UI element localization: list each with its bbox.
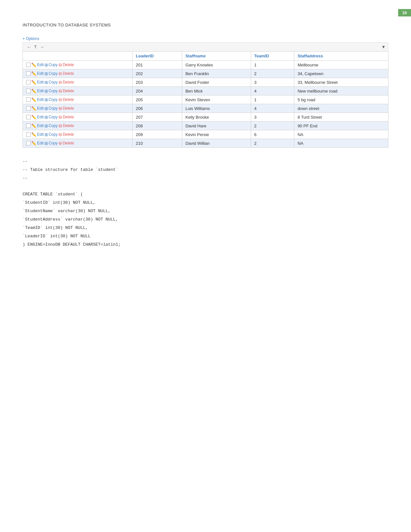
cell-leaderid: 203 bbox=[132, 78, 182, 87]
edit-button[interactable]: ✏️ Edit bbox=[31, 141, 44, 146]
edit-label[interactable]: Edit bbox=[37, 106, 44, 111]
delete-label[interactable]: Delete bbox=[63, 115, 74, 119]
delete-button[interactable]: ⊖ Delete bbox=[58, 88, 74, 94]
row-checkbox[interactable] bbox=[26, 141, 31, 145]
edit-button[interactable]: ✏️ Edit bbox=[31, 89, 44, 94]
copy-label[interactable]: Copy bbox=[49, 123, 58, 128]
cell-staffname: David Hare bbox=[182, 122, 251, 130]
action-cell: ✏️ Edit ⊞ Copy ⊖ Delete bbox=[23, 130, 132, 139]
delete-circle-icon: ⊖ bbox=[58, 88, 62, 94]
table-row: ✏️ Edit ⊞ Copy ⊖ Delete 206Luis Williams… bbox=[23, 104, 388, 113]
row-checkbox[interactable] bbox=[26, 89, 31, 93]
edit-button[interactable]: ✏️ Edit bbox=[31, 97, 44, 102]
delete-label[interactable]: Delete bbox=[63, 63, 74, 67]
delete-label[interactable]: Delete bbox=[63, 132, 74, 137]
row-checkbox[interactable] bbox=[26, 106, 31, 111]
edit-button[interactable]: ✏️ Edit bbox=[31, 71, 44, 76]
delete-button[interactable]: ⊖ Delete bbox=[58, 62, 74, 67]
copy-table-icon: ⊞ bbox=[44, 123, 48, 128]
cell-staffaddress: 33, Mellbourne Street bbox=[294, 78, 388, 87]
copy-button[interactable]: ⊞ Copy bbox=[44, 123, 58, 128]
row-checkbox[interactable] bbox=[26, 132, 31, 137]
cell-teamid: 3 bbox=[251, 78, 294, 87]
staff-table: LeaderID Staffname TeamID Staffaddress ✏… bbox=[23, 51, 388, 148]
row-checkbox[interactable] bbox=[26, 71, 31, 76]
copy-table-icon: ⊞ bbox=[44, 63, 48, 67]
options-toggle[interactable]: + Options bbox=[23, 36, 388, 41]
row-checkbox[interactable] bbox=[26, 115, 31, 119]
copy-label[interactable]: Copy bbox=[49, 71, 58, 76]
copy-label[interactable]: Copy bbox=[49, 63, 58, 67]
row-checkbox[interactable] bbox=[26, 80, 31, 84]
nav-right-icon[interactable]: → bbox=[39, 44, 45, 50]
delete-button[interactable]: ⊖ Delete bbox=[58, 97, 74, 102]
copy-button[interactable]: ⊞ Copy bbox=[44, 132, 58, 137]
row-checkbox[interactable] bbox=[26, 123, 31, 128]
delete-label[interactable]: Delete bbox=[63, 71, 74, 76]
delete-label[interactable]: Delete bbox=[63, 89, 74, 93]
col-staffname: Staffname bbox=[182, 52, 251, 61]
edit-label[interactable]: Edit bbox=[37, 141, 44, 145]
edit-label[interactable]: Edit bbox=[37, 71, 44, 76]
edit-label[interactable]: Edit bbox=[37, 80, 44, 84]
copy-label[interactable]: Copy bbox=[49, 106, 58, 111]
copy-button[interactable]: ⊞ Copy bbox=[44, 71, 58, 76]
copy-label[interactable]: Copy bbox=[49, 132, 58, 137]
edit-label[interactable]: Edit bbox=[37, 115, 44, 119]
delete-label[interactable]: Delete bbox=[63, 80, 74, 84]
copy-label[interactable]: Copy bbox=[49, 141, 58, 145]
copy-label[interactable]: Copy bbox=[49, 97, 58, 102]
delete-button[interactable]: ⊖ Delete bbox=[58, 106, 74, 111]
table-row: ✏️ Edit ⊞ Copy ⊖ Delete 210David Willian… bbox=[23, 139, 388, 148]
delete-label[interactable]: Delete bbox=[63, 106, 74, 111]
table-row: ✏️ Edit ⊞ Copy ⊖ Delete 203David Foster3… bbox=[23, 78, 388, 87]
nav-left-icon[interactable]: ← bbox=[25, 44, 32, 50]
cell-staffname: Kevin Persie bbox=[182, 130, 251, 139]
edit-label[interactable]: Edit bbox=[37, 123, 44, 128]
delete-button[interactable]: ⊖ Delete bbox=[58, 114, 74, 120]
copy-button[interactable]: ⊞ Copy bbox=[44, 141, 58, 146]
cell-staffaddress: NA bbox=[294, 139, 388, 148]
toolbar-nav[interactable]: ← T → bbox=[25, 44, 45, 50]
copy-button[interactable]: ⊞ Copy bbox=[44, 63, 58, 67]
copy-label[interactable]: Copy bbox=[49, 89, 58, 93]
edit-button[interactable]: ✏️ Edit bbox=[31, 132, 44, 137]
cell-staffname: Kelly Brooke bbox=[182, 113, 251, 122]
sql-create-table: CREATE TABLE `student` ( bbox=[23, 190, 388, 199]
edit-button[interactable]: ✏️ Edit bbox=[31, 63, 44, 67]
delete-label[interactable]: Delete bbox=[63, 141, 74, 145]
cell-staffname: Ben Franklin bbox=[182, 69, 251, 78]
copy-button[interactable]: ⊞ Copy bbox=[44, 80, 58, 85]
delete-label[interactable]: Delete bbox=[63, 123, 74, 128]
row-checkbox[interactable] bbox=[26, 63, 31, 67]
cell-leaderid: 209 bbox=[132, 130, 182, 139]
cell-staffname: Kevin Steven bbox=[182, 95, 251, 104]
cell-teamid: 4 bbox=[251, 87, 294, 95]
edit-button[interactable]: ✏️ Edit bbox=[31, 123, 44, 128]
row-checkbox[interactable] bbox=[26, 97, 31, 102]
edit-button[interactable]: ✏️ Edit bbox=[31, 80, 44, 85]
cell-teamid: 2 bbox=[251, 69, 294, 78]
delete-button[interactable]: ⊖ Delete bbox=[58, 132, 74, 137]
copy-label[interactable]: Copy bbox=[49, 80, 58, 84]
delete-label[interactable]: Delete bbox=[63, 97, 74, 102]
col-actions bbox=[23, 52, 132, 61]
delete-button[interactable]: ⊖ Delete bbox=[58, 80, 74, 85]
toolbar-filter[interactable]: ▼ bbox=[381, 44, 386, 49]
copy-button[interactable]: ⊞ Copy bbox=[44, 97, 58, 102]
delete-button[interactable]: ⊖ Delete bbox=[58, 71, 74, 76]
copy-label[interactable]: Copy bbox=[49, 115, 58, 119]
edit-label[interactable]: Edit bbox=[37, 63, 44, 67]
delete-button[interactable]: ⊖ Delete bbox=[58, 123, 74, 128]
copy-button[interactable]: ⊞ Copy bbox=[44, 106, 58, 111]
edit-button[interactable]: ✏️ Edit bbox=[31, 106, 44, 111]
edit-label[interactable]: Edit bbox=[37, 97, 44, 102]
copy-button[interactable]: ⊞ Copy bbox=[44, 89, 58, 94]
copy-button[interactable]: ⊞ Copy bbox=[44, 115, 58, 120]
edit-button[interactable]: ✏️ Edit bbox=[31, 115, 44, 120]
edit-label[interactable]: Edit bbox=[37, 132, 44, 137]
cell-teamid: 3 bbox=[251, 113, 294, 122]
copy-table-icon: ⊞ bbox=[44, 106, 48, 111]
edit-label[interactable]: Edit bbox=[37, 89, 44, 93]
delete-button[interactable]: ⊖ Delete bbox=[58, 141, 74, 146]
